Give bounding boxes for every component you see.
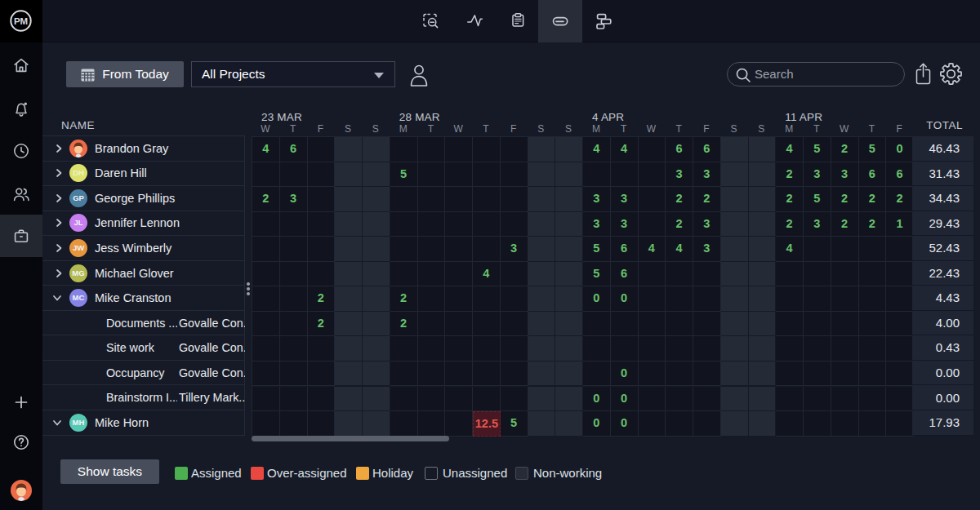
svg-text:PM: PM bbox=[14, 16, 28, 26]
